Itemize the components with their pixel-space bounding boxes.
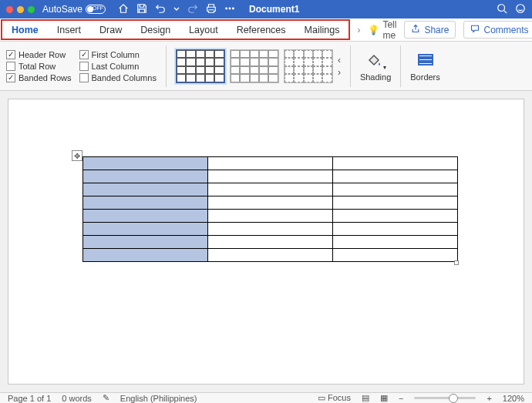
table-resize-handle[interactable] <box>454 260 459 265</box>
chevron-right-icon: › <box>338 67 341 78</box>
svg-point-2 <box>233 8 234 9</box>
gallery-more-button[interactable]: ‹ › <box>338 55 341 78</box>
checkbox-last-column[interactable]: Last Column <box>79 62 157 71</box>
zoom-in-button[interactable]: + <box>487 394 491 403</box>
focus-mode-button[interactable]: ▭ Focus <box>318 393 351 403</box>
spellcheck-icon[interactable]: ✎ <box>103 393 109 403</box>
feedback-icon[interactable] <box>515 3 526 16</box>
chevron-left-icon: ‹ <box>338 55 341 65</box>
print-layout-view-icon[interactable]: ▤ <box>362 393 369 403</box>
save-icon[interactable] <box>136 3 147 16</box>
share-label: Share <box>424 25 449 35</box>
quick-access-toolbar <box>118 3 235 16</box>
document-table[interactable] <box>82 156 458 262</box>
checkbox-total-row[interactable]: Total Row <box>6 62 72 71</box>
share-button[interactable]: Share <box>404 21 456 39</box>
maximize-window-button[interactable] <box>28 6 35 13</box>
table-move-handle[interactable]: ✥ <box>72 150 82 161</box>
tell-me-label: Tell me <box>382 19 396 41</box>
chevron-down-icon[interactable] <box>173 3 180 16</box>
check-icon <box>79 50 89 59</box>
web-layout-view-icon[interactable]: ▦ <box>380 393 388 403</box>
title-bar-extra <box>497 3 526 16</box>
highlighted-tabs-box: Home Insert Draw Design Layout Reference… <box>1 19 350 40</box>
tab-layout[interactable]: Layout <box>180 25 227 35</box>
lightbulb-icon: 💡 <box>368 25 379 35</box>
table-style-options: Header Row First Column Total Row Last C… <box>6 50 157 82</box>
table-style-2[interactable] <box>230 49 279 83</box>
svg-point-4 <box>517 4 525 12</box>
svg-rect-6 <box>419 59 433 61</box>
tab-insert[interactable]: Insert <box>48 25 90 35</box>
checkbox-icon <box>79 73 89 82</box>
chevron-right-icon[interactable]: › <box>357 25 360 35</box>
tab-references[interactable]: References <box>227 25 295 35</box>
ribbon-separator <box>166 45 167 87</box>
table-row <box>83 249 458 262</box>
status-page[interactable]: Page 1 of 1 <box>8 394 51 403</box>
paint-bucket-icon: ▾ <box>365 51 386 71</box>
svg-rect-7 <box>419 62 433 65</box>
redo-icon[interactable] <box>187 3 198 16</box>
document-page[interactable]: ✥ <box>8 99 524 385</box>
minimize-window-button[interactable] <box>17 6 24 13</box>
shading-button[interactable]: ▾ Shading <box>360 51 391 82</box>
table-row <box>83 183 458 196</box>
shading-label: Shading <box>360 72 391 82</box>
title-bar: AutoSave OFF Document1 <box>0 0 532 18</box>
ribbon-tab-bar: Home Insert Draw Design Layout Reference… <box>0 18 532 42</box>
ribbon-separator <box>400 45 401 87</box>
table-row <box>83 236 458 249</box>
check-icon <box>6 73 15 82</box>
tell-me-search[interactable]: 💡 Tell me <box>368 19 396 41</box>
zoom-level[interactable]: 120% <box>503 394 524 403</box>
checkbox-icon <box>6 62 15 71</box>
table-row <box>83 223 458 236</box>
table-style-1[interactable] <box>176 49 225 83</box>
table-styles-gallery: ‹ › <box>176 49 341 83</box>
svg-point-0 <box>226 8 227 9</box>
ribbon-separator <box>350 45 351 87</box>
table-style-3[interactable] <box>284 49 333 83</box>
share-icon <box>411 24 420 35</box>
ribbon: Header Row First Column Total Row Last C… <box>0 42 532 91</box>
zoom-slider[interactable] <box>414 397 476 399</box>
zoom-out-button[interactable]: − <box>399 394 403 403</box>
svg-rect-5 <box>419 55 433 57</box>
status-word-count[interactable]: 0 words <box>62 394 92 403</box>
autosave-state: OFF <box>93 5 103 11</box>
window-controls <box>6 6 35 13</box>
checkbox-icon <box>79 62 89 71</box>
table-row <box>83 196 458 210</box>
home-icon[interactable] <box>118 3 129 16</box>
status-language[interactable]: English (Philippines) <box>120 394 197 403</box>
autosave-control[interactable]: AutoSave OFF <box>42 4 106 15</box>
comments-button[interactable]: Comments <box>463 21 532 39</box>
document-title: Document1 <box>249 4 299 15</box>
close-window-button[interactable] <box>6 6 13 13</box>
search-icon[interactable] <box>497 3 507 16</box>
tab-design[interactable]: Design <box>131 25 180 35</box>
check-icon <box>6 50 15 59</box>
tab-home[interactable]: Home <box>2 25 48 35</box>
comments-label: Comments <box>483 25 528 35</box>
tab-mailings[interactable]: Mailings <box>295 25 349 35</box>
table-row <box>83 170 458 183</box>
checkbox-first-column[interactable]: First Column <box>79 50 157 59</box>
svg-point-3 <box>498 4 505 11</box>
more-icon[interactable] <box>224 3 235 16</box>
comment-icon <box>470 24 480 35</box>
checkbox-banded-rows[interactable]: Banded Rows <box>6 73 72 82</box>
borders-button[interactable]: Borders <box>410 51 440 82</box>
borders-label: Borders <box>410 72 440 82</box>
svg-point-1 <box>229 8 231 9</box>
checkbox-banded-columns[interactable]: Banded Columns <box>79 73 157 82</box>
print-icon[interactable] <box>206 3 217 16</box>
document-canvas-area: ✥ <box>0 91 532 392</box>
tab-draw[interactable]: Draw <box>90 25 131 35</box>
undo-icon[interactable] <box>155 3 166 16</box>
status-bar: Page 1 of 1 0 words ✎ English (Philippin… <box>0 392 532 403</box>
borders-icon <box>416 51 435 71</box>
checkbox-header-row[interactable]: Header Row <box>6 50 72 59</box>
autosave-toggle[interactable]: OFF <box>86 5 106 14</box>
